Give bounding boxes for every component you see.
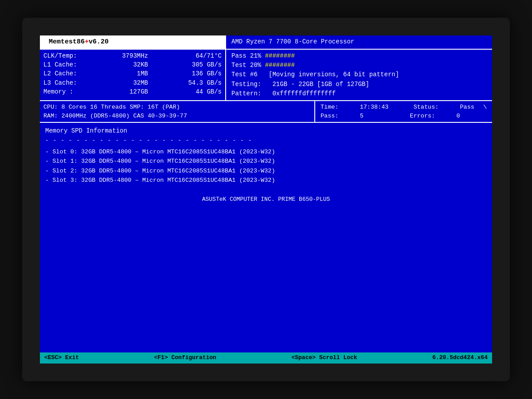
spd-title: Memory SPD Information bbox=[45, 126, 487, 135]
slot-2-row: - Slot 2: 32GB DDR5-4800 – Micron MTC16C… bbox=[45, 167, 487, 176]
slot-2-dash: - bbox=[45, 168, 52, 174]
pass-label: Pass 21% bbox=[231, 52, 261, 59]
errors-value: 0 bbox=[456, 112, 460, 121]
slot-0-info: 32GB DDR5-4800 – Micron MTC16C2085S1UC48… bbox=[81, 149, 275, 155]
esc-key[interactable]: <ESC> Exit bbox=[44, 354, 79, 362]
bottom-bar: <ESC> Exit <F1> Configuration <Space> Sc… bbox=[40, 352, 492, 364]
pass-count-value: 5 bbox=[360, 112, 364, 121]
ram-info-row: RAM: 2400MHz (DDR5-4800) CAS 40-39-39-77 bbox=[43, 112, 311, 121]
slot-1-dash: - bbox=[45, 158, 52, 164]
slot-3-info: 32GB DDR5-4800 – Micron MTC16C2085S1UC48… bbox=[81, 177, 275, 184]
status-label: Status: bbox=[414, 103, 439, 112]
l2-row: L2 Cache: 1MB 136 GB/s bbox=[43, 69, 222, 78]
monitor: Memtest86+ v6.20 AMD Ryzen 7 7700 8-Core… bbox=[22, 18, 510, 381]
l1-size: 32KB bbox=[117, 60, 148, 69]
l3-size: 32MB bbox=[117, 78, 148, 87]
cpu-info-row: CPU: 8 Cores 16 Threads SMP: 16T (PAR) bbox=[43, 103, 311, 112]
slot-1-info: 32GB DDR5-4800 – Micron MTC16C2085S1UC48… bbox=[81, 158, 275, 164]
slot-0-label: Slot 0: bbox=[52, 149, 81, 155]
pass-row: Pass 21% ######## bbox=[231, 51, 487, 60]
l3-row: L3 Cache: 32MB 54.3 GB/s bbox=[43, 78, 222, 87]
mid-right: Time: 17:38:43 Status: Pass \ Pass: 5 Er… bbox=[315, 101, 492, 122]
status-value: Pass bbox=[460, 103, 474, 112]
clk-label: CLK/Temp: bbox=[43, 51, 88, 60]
chevron-icon: \ bbox=[483, 103, 487, 112]
testing-label: Testing: bbox=[231, 81, 261, 88]
app-title-plus: + bbox=[85, 37, 89, 47]
pass-bar: ######## bbox=[265, 52, 295, 59]
slot-3-dash: - bbox=[45, 177, 52, 184]
slot-1-label: Slot 1: bbox=[52, 158, 81, 164]
mem-label: Memory : bbox=[43, 87, 88, 96]
testing-row: Testing: 21GB - 22GB [1GB of 127GB] bbox=[231, 80, 487, 89]
main-content: CLK/Temp: 3793MHz 64/71°C L1 Cache: 32KB… bbox=[40, 50, 492, 100]
clk-value: 3793MHz bbox=[117, 51, 148, 60]
test-row: Test 20% ######## bbox=[231, 61, 487, 70]
pattern-label: Pattern: bbox=[231, 90, 261, 97]
l3-label: L3 Cache: bbox=[43, 78, 88, 87]
version-label: 6.20.5dcd424.x64 bbox=[432, 354, 488, 362]
test-bar: ######## bbox=[265, 62, 295, 69]
test-num: Test #6 bbox=[231, 71, 258, 78]
errors-label: Errors: bbox=[410, 112, 435, 121]
l2-size: 1MB bbox=[117, 69, 148, 78]
slot-3-label: Slot 3: bbox=[52, 177, 81, 184]
pattern-value: 0xffffffdffffffff bbox=[272, 90, 336, 97]
slot-2-label: Slot 2: bbox=[52, 168, 81, 174]
pass-errors-row: Pass: 5 Errors: 0 bbox=[321, 112, 487, 121]
l2-speed: 136 GB/s bbox=[177, 69, 222, 78]
pass-count-label: Pass: bbox=[321, 112, 339, 121]
slot-2-info: 32GB DDR5-4800 – Micron MTC16C2085S1UC48… bbox=[81, 168, 275, 174]
right-panel: Pass 21% ######## Test 20% ######## Test… bbox=[226, 50, 492, 100]
mobo-label: ASUSTeK COMPUTER INC. PRIME B650-PLUS bbox=[45, 194, 487, 206]
left-panel: CLK/Temp: 3793MHz 64/71°C L1 Cache: 32KB… bbox=[40, 50, 226, 100]
slot-3-row: - Slot 3: 32GB DDR5-4800 – Micron MTC16C… bbox=[45, 176, 487, 185]
slot-0-row: - Slot 0: 32GB DDR5-4800 – Micron MTC16C… bbox=[45, 148, 487, 156]
testing-range: 21GB - 22GB [1GB of 127GB] bbox=[272, 81, 369, 88]
header-left: Memtest86+ v6.20 bbox=[40, 35, 226, 49]
spd-divider: - - - - - - - - - - - - - - - - - - - - … bbox=[45, 137, 487, 145]
l1-row: L1 Cache: 32KB 305 GB/s bbox=[43, 60, 222, 69]
mem-speed: 44 GB/s bbox=[177, 87, 222, 96]
pattern-row: Pattern: 0xffffffdffffffff bbox=[231, 89, 487, 98]
time-status-row: Time: 17:38:43 Status: Pass \ bbox=[321, 103, 487, 112]
clk-row: CLK/Temp: 3793MHz 64/71°C bbox=[43, 51, 222, 60]
clk-temp: 64/71°C bbox=[177, 51, 222, 60]
l1-label: L1 Cache: bbox=[43, 60, 88, 69]
mid-left: CPU: 8 Cores 16 Threads SMP: 16T (PAR) R… bbox=[40, 101, 315, 122]
l3-speed: 54.3 GB/s bbox=[177, 78, 222, 87]
l1-speed: 305 GB/s bbox=[177, 60, 222, 69]
app-title-left: Memtest86 bbox=[49, 37, 85, 47]
header-bar: Memtest86+ v6.20 AMD Ryzen 7 7700 8-Core… bbox=[40, 35, 492, 50]
mid-bar: CPU: 8 Cores 16 Threads SMP: 16T (PAR) R… bbox=[40, 100, 492, 123]
app-title-version: v6.20 bbox=[89, 37, 109, 47]
spd-section: Memory SPD Information - - - - - - - - -… bbox=[40, 123, 492, 209]
time-value: 17:38:43 bbox=[360, 103, 389, 112]
slot-0-dash: - bbox=[45, 149, 52, 155]
slot-1-row: - Slot 1: 32GB DDR5-4800 – Micron MTC16C… bbox=[45, 157, 487, 166]
test-label: Test 20% bbox=[231, 62, 261, 69]
cpu-name: AMD Ryzen 7 7700 8-Core Processor bbox=[231, 38, 354, 45]
test-num-row: Test #6 [Moving inversions, 64 bit patte… bbox=[231, 70, 487, 79]
screen: Memtest86+ v6.20 AMD Ryzen 7 7700 8-Core… bbox=[40, 35, 492, 364]
time-label: Time: bbox=[321, 103, 339, 112]
mem-row: Memory : 127GB 44 GB/s bbox=[43, 87, 222, 96]
l2-label: L2 Cache: bbox=[43, 69, 88, 78]
mem-size: 127GB bbox=[117, 87, 148, 96]
f1-key[interactable]: <F1> Configuration bbox=[154, 354, 216, 362]
test-desc: [Moving inversions, 64 bit pattern] bbox=[269, 71, 399, 78]
header-right: AMD Ryzen 7 7700 8-Core Processor bbox=[226, 35, 492, 49]
space-key[interactable]: <Space> Scroll Lock bbox=[291, 354, 357, 362]
